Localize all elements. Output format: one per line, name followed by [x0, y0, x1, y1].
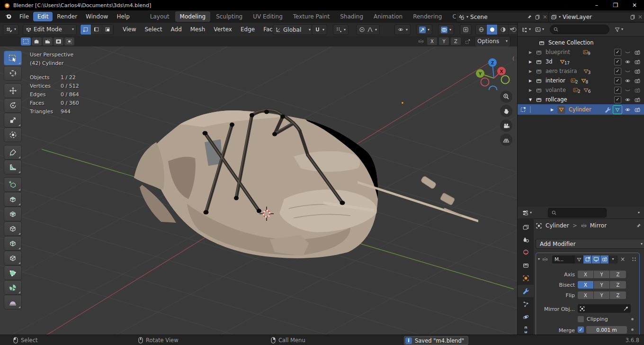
modifier-delete-icon[interactable]: × [620, 256, 625, 263]
collapse-icon[interactable]: ▼ [528, 98, 533, 102]
outliner-row-rollcage[interactable]: ▼ rollcage ✓ [518, 95, 644, 104]
camera-view-button[interactable] [500, 119, 512, 132]
minimize-button[interactable]: – [587, 0, 606, 10]
zoom-button[interactable] [500, 91, 512, 103]
merge-threshold-field[interactable]: 0.001 m [586, 326, 627, 334]
tab-scene[interactable] [518, 234, 534, 246]
eye-open-icon[interactable] [624, 78, 631, 84]
modifier-edit-mode-toggle[interactable] [583, 255, 592, 263]
modifier-extras-chevron[interactable]: ▾ [609, 255, 617, 263]
tab-object[interactable] [518, 272, 534, 284]
eye-closed-icon[interactable] [624, 87, 631, 93]
viewport-3d[interactable]: User Perspective (42) Cylinder Objects 1… [0, 46, 517, 335]
menu-edit[interactable]: Edit [33, 12, 53, 21]
outliner-row-cylinder[interactable]: ▶ Cylinder [518, 104, 644, 115]
outliner-row-3d[interactable]: ▶ 3d 17 ✓ [518, 57, 644, 66]
tool-bevel[interactable] [4, 221, 22, 236]
restore-button[interactable]: ❐ [606, 0, 625, 10]
workspace-tab-rendering[interactable]: Rendering [408, 11, 447, 22]
tool-add-cube[interactable] [4, 177, 22, 192]
vertex-select-mode-button[interactable] [80, 25, 91, 35]
close-button[interactable]: ✕ [625, 0, 644, 10]
mode-dropdown[interactable]: Edit Mode ▾ [23, 24, 77, 35]
scene-name[interactable]: Scene [470, 14, 488, 20]
snap-target-dropdown[interactable]: ▾ [333, 24, 349, 35]
unlink-scene-icon[interactable]: ✕ [543, 14, 547, 20]
menu-mesh[interactable]: Mesh [186, 26, 210, 33]
outliner-row-interior[interactable]: ▶ interior 2 8 ✓ [518, 76, 644, 85]
face-select-mode-button[interactable] [102, 25, 113, 35]
mirror-y-button[interactable]: Y [439, 37, 449, 45]
expand-icon[interactable]: ▶ [528, 79, 533, 83]
eyedropper-icon[interactable] [623, 306, 629, 311]
view-layer-selector[interactable]: ▾ ViewLayer ✕ [548, 12, 644, 22]
clipping-animate-dot[interactable] [631, 318, 634, 320]
snap-base-icon[interactable] [465, 38, 471, 45]
shading-dropdown-chevron[interactable]: ▾ [510, 27, 512, 31]
tool-select-box[interactable] [4, 51, 22, 65]
expand-icon[interactable]: ▶ [528, 60, 533, 64]
tab-collection[interactable] [518, 259, 534, 272]
flip-z-button[interactable]: Z [610, 291, 626, 299]
pin-icon[interactable] [635, 223, 642, 229]
modifier-render-toggle[interactable] [600, 255, 609, 263]
tab-constraints[interactable] [518, 324, 534, 335]
workspace-tab-texture-paint[interactable]: Texture Paint [288, 11, 334, 22]
render-camera-disabled-icon[interactable] [634, 87, 641, 93]
breadcrumb-object[interactable]: Cylinder [546, 222, 569, 229]
render-camera-icon[interactable] [634, 107, 641, 113]
tool-cursor[interactable] [4, 66, 22, 81]
tool-spin[interactable] [4, 280, 22, 295]
outliner-filter-dropdown[interactable]: ▾ [614, 27, 623, 33]
mirror-x-button[interactable]: X [427, 37, 437, 45]
outliner-row-volante[interactable]: ▶ volante 2 6 ✓ [518, 85, 644, 95]
modifier-name-field[interactable]: M... [552, 255, 575, 263]
snapping-toggle[interactable]: ▾ [312, 24, 327, 35]
select-invert-button[interactable] [54, 37, 63, 45]
workspace-tab-uv-editing[interactable]: UV Editing [248, 11, 287, 22]
bisect-z-button[interactable]: Z [610, 281, 626, 289]
eye-open-icon[interactable] [624, 59, 631, 65]
workspace-tab-animation[interactable]: Animation [369, 11, 407, 22]
car-model[interactable] [134, 110, 478, 258]
tab-view-layer[interactable] [518, 221, 534, 234]
collection-checkbox[interactable]: ✓ [614, 58, 621, 65]
collection-checkbox[interactable]: ✓ [614, 68, 621, 75]
shading-material-button[interactable] [498, 25, 509, 35]
outliner-row-blueprint[interactable]: ▶ blueprint 9 ✓ [518, 47, 644, 57]
flip-x-button[interactable]: X [578, 291, 593, 299]
tool-poly-build[interactable] [4, 265, 22, 280]
workspace-tab-sculpting[interactable]: Sculpting [211, 11, 247, 22]
expand-icon[interactable]: ▶ [528, 88, 533, 92]
new-scene-icon[interactable] [535, 14, 540, 20]
view-layer-name[interactable]: ViewLayer [563, 14, 592, 20]
outliner-display-mode-dropdown[interactable]: ▾ [521, 27, 531, 33]
shading-solid-button[interactable] [487, 25, 498, 35]
gizmos-dropdown[interactable]: ▾ [416, 24, 432, 35]
blender-menu-icon[interactable] [5, 14, 12, 19]
bisect-y-button[interactable]: Y [594, 281, 609, 289]
mirror-object-field[interactable] [578, 304, 631, 313]
editor-type-button[interactable]: ▾ [3, 24, 19, 35]
eye-closed-icon[interactable] [624, 68, 631, 74]
tool-knife[interactable] [4, 251, 22, 265]
new-view-layer-icon[interactable] [630, 14, 635, 20]
outliner-search-input[interactable] [550, 25, 609, 34]
tab-modifiers[interactable] [518, 285, 534, 297]
orthographic-toggle-button[interactable] [500, 134, 512, 146]
tool-scale[interactable] [4, 113, 22, 127]
axis-x-button[interactable]: X [578, 271, 593, 278]
pin-icon[interactable] [527, 14, 532, 20]
modifier-realtime-toggle[interactable] [592, 255, 600, 263]
expand-icon[interactable]: ▶ [528, 50, 533, 54]
menu-render[interactable]: Render [53, 12, 81, 21]
breadcrumb-modifier[interactable]: Mirror [590, 222, 607, 229]
flip-y-button[interactable]: Y [594, 291, 609, 299]
workspace-tab-layout[interactable]: Layout [145, 11, 174, 22]
render-camera-icon[interactable] [634, 49, 641, 55]
navigation-gizmo[interactable]: Z Y X [474, 52, 514, 90]
properties-options-chevron[interactable]: ▾ [638, 211, 640, 215]
pan-button[interactable] [500, 105, 512, 117]
eye-open-icon[interactable] [624, 97, 631, 103]
tab-world[interactable] [518, 246, 534, 258]
